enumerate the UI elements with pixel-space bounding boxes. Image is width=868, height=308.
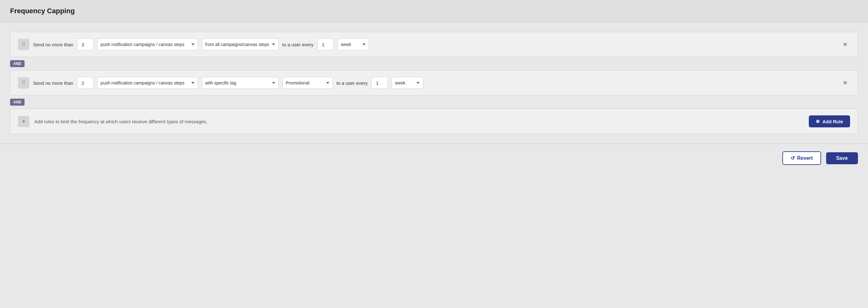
- to-a-user-every-label-1: to a user every: [282, 42, 314, 47]
- add-rule-plus-icon: ⊕: [816, 118, 820, 124]
- quantity-input-1[interactable]: [77, 38, 94, 51]
- add-rule-button[interactable]: ⊕ Add Rule: [809, 115, 850, 128]
- drag-handle-2[interactable]: ⠿: [18, 77, 29, 89]
- drag-icon-2: ⠿: [22, 80, 26, 85]
- plus-icon: +: [22, 118, 26, 124]
- drag-icon-1: ⠿: [22, 42, 26, 47]
- revert-button[interactable]: ↺ Revert: [782, 151, 821, 165]
- filter-type-select-2[interactable]: from all campaigns/canvas steps with spe…: [202, 77, 279, 89]
- message-type-select-1[interactable]: push notification campaigns / canvas ste…: [97, 38, 198, 51]
- page-title: Frequency Capping: [10, 7, 74, 15]
- quantity-input-2[interactable]: [77, 77, 94, 89]
- period-unit-select-1[interactable]: day week month: [338, 38, 369, 51]
- footer-bar: ↺ Revert Save: [0, 143, 868, 172]
- filter-type-select-1[interactable]: from all campaigns/canvas steps with spe…: [202, 38, 279, 51]
- period-unit-select-2[interactable]: day week month: [392, 77, 423, 89]
- add-rule-row: + Add rules to limit the frequency at wh…: [10, 109, 858, 134]
- send-no-more-than-label-2: Send no more than: [33, 80, 73, 86]
- period-count-input-1[interactable]: [317, 38, 334, 51]
- and-badge-1: AND: [10, 60, 25, 67]
- and-badge-2: AND: [10, 99, 25, 106]
- add-rule-description: Add rules to limit the frequency at whic…: [34, 119, 804, 124]
- remove-rule-button-1[interactable]: ✕: [840, 40, 850, 49]
- revert-label: Revert: [797, 156, 813, 161]
- remove-rule-button-2[interactable]: ✕: [840, 78, 850, 88]
- send-no-more-than-label-1: Send no more than: [33, 42, 73, 47]
- to-a-user-every-label-2: to a user every: [337, 80, 368, 86]
- rule-row-1: ⠿ Send no more than push notification ca…: [10, 32, 858, 57]
- save-button[interactable]: Save: [826, 152, 858, 164]
- message-type-select-2[interactable]: push notification campaigns / canvas ste…: [97, 77, 198, 89]
- add-rule-button-label: Add Rule: [823, 119, 843, 124]
- header-bar: Frequency Capping: [0, 0, 868, 22]
- main-content: ⠿ Send no more than push notification ca…: [0, 22, 868, 143]
- drag-handle-1[interactable]: ⠿: [18, 39, 29, 50]
- revert-icon: ↺: [790, 155, 795, 161]
- page-container: Frequency Capping ⠿ Send no more than pu…: [0, 0, 868, 172]
- rule-row-2: ⠿ Send no more than push notification ca…: [10, 70, 858, 95]
- add-rule-plus-box: +: [18, 116, 29, 127]
- period-count-input-2[interactable]: [372, 77, 388, 89]
- tag-select-2[interactable]: Promotional Transactional Welcome: [282, 77, 333, 89]
